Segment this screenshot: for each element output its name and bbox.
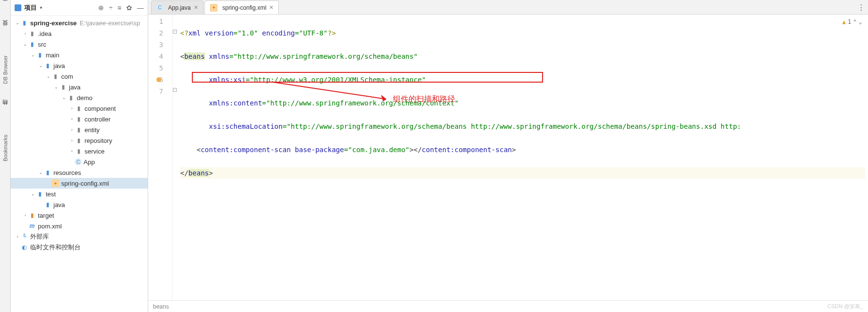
close-icon[interactable]: ✕: [269, 4, 273, 11]
editor-tabs: C App.java ✕ ✦ spring-config.xml ✕ ⋮: [148, 0, 868, 15]
tree-label: java: [69, 84, 81, 91]
project-sidebar: 项目 ▾ ⊕ ÷ ≡ ✿ — ⌄▮spring-exerciseE:\javae…: [11, 0, 148, 312]
rail-item-commit[interactable]: 提交: [0, 27, 10, 33]
chevron-down-icon[interactable]: ⌄: [859, 16, 862, 28]
sidebar-title: 项目: [24, 3, 37, 12]
fold-icon[interactable]: -: [173, 30, 177, 34]
chevron-icon[interactable]: ›: [69, 127, 75, 132]
tree-item-resources[interactable]: ⌄▮resources: [11, 167, 148, 178]
tree-label: entity: [85, 126, 100, 134]
chevron-up-icon[interactable]: ⌃: [853, 16, 857, 28]
breadcrumb-bar: beans CSDN @安苒_: [148, 300, 868, 312]
chevron-icon[interactable]: ›: [69, 117, 75, 121]
chevron-icon[interactable]: ⌄: [46, 74, 51, 79]
sidebar-toolbar: ⊕ ÷ ≡ ✿ —: [98, 4, 144, 12]
tree-item-src[interactable]: ⌄▮src: [11, 39, 148, 50]
tree-item-com[interactable]: ⌄▮com: [11, 71, 148, 82]
rail-item-db[interactable]: DB Browser: [1, 52, 9, 87]
chevron-icon[interactable]: ›: [69, 149, 75, 154]
tree-label: pom.xml: [38, 223, 62, 230]
tree-label: .idea: [38, 30, 51, 37]
tree-item--[interactable]: ›╙外部库: [11, 231, 148, 242]
settings-icon[interactable]: ✿: [126, 4, 132, 12]
tree-label: 外部库: [30, 232, 49, 241]
tree-label: main: [46, 52, 59, 59]
chevron-icon[interactable]: ⌄: [30, 191, 36, 196]
warn-count: 1: [848, 16, 851, 28]
chevron-icon[interactable]: ›: [69, 106, 75, 111]
chevron-icon[interactable]: ›: [22, 31, 28, 36]
tree-item-pom-xml[interactable]: mpom.xml: [11, 221, 148, 231]
tree-label: service: [85, 148, 104, 155]
fold-icon[interactable]: -: [173, 88, 177, 92]
sidebar-header: 项目 ▾ ⊕ ÷ ≡ ✿ —: [11, 0, 148, 16]
tree-item-java[interactable]: ▮java: [11, 199, 148, 210]
chevron-icon[interactable]: ›: [69, 138, 75, 143]
chevron-icon[interactable]: ›: [15, 234, 20, 239]
more-icon[interactable]: ⋮: [857, 3, 865, 12]
code-content[interactable]: <?xml version="1.0" encoding="UTF-8"?> <…: [177, 15, 868, 300]
rail-item-structure[interactable]: 结构: [0, 106, 10, 112]
tree-item-test[interactable]: ⌄▮test: [11, 189, 148, 199]
tree-item-entity[interactable]: ›▮entity: [11, 124, 148, 135]
close-icon[interactable]: ✕: [194, 4, 198, 11]
project-tree[interactable]: ⌄▮spring-exerciseE:\javaee-exercise\sp›▮…: [11, 16, 148, 312]
tree-item--[interactable]: ◐临时文件和控制台: [11, 242, 148, 253]
tree-label: java: [53, 62, 65, 69]
tree-item-java[interactable]: ⌄▮java: [11, 60, 148, 71]
tree-item-spring-exercise[interactable]: ⌄▮spring-exerciseE:\javaee-exercise\sp: [11, 17, 148, 28]
tree-label: target: [38, 212, 54, 219]
warning-bulb-icon[interactable]: [156, 77, 161, 82]
tree-item-target[interactable]: ›▮target: [11, 210, 148, 221]
tree-label: test: [46, 191, 56, 198]
tree-item-component[interactable]: ›▮component: [11, 103, 148, 114]
inspection-badge[interactable]: ▲ 1 ⌃ ⌄: [842, 16, 862, 28]
code-editor[interactable]: 123 45 6 7 - - <?xml version="1.0" encod…: [148, 15, 868, 300]
left-tool-rail: 项目 提交 DB Browser 结构 Bookmarks: [0, 0, 11, 312]
tree-label: repository: [85, 137, 112, 144]
chevron-icon[interactable]: ›: [22, 213, 28, 218]
chevron-icon[interactable]: ⌄: [22, 42, 28, 47]
tree-item-service[interactable]: ›▮service: [11, 146, 148, 156]
chevron-icon[interactable]: ⌄: [61, 95, 67, 100]
tree-label: spring-config.xml: [61, 180, 109, 187]
tree-label: component: [85, 105, 116, 112]
tree-label: App: [84, 158, 95, 166]
breadcrumb[interactable]: beans: [153, 303, 169, 310]
watermark: CSDN @安苒_: [827, 303, 863, 310]
svg-line-0: [270, 82, 386, 99]
rail-item-bookmarks[interactable]: Bookmarks: [1, 132, 9, 164]
tree-item-app[interactable]: CApp: [11, 156, 148, 167]
tree-label: controller: [85, 116, 110, 123]
tree-label: demo: [77, 94, 93, 102]
tree-item-java[interactable]: ⌄▮java: [11, 82, 148, 92]
chevron-icon[interactable]: ⌄: [30, 52, 36, 57]
chevron-icon[interactable]: ⌄: [38, 63, 44, 68]
tree-item-spring-config-xml[interactable]: ✦spring-config.xml: [11, 178, 148, 189]
chevron-down-icon[interactable]: ▾: [40, 5, 42, 10]
editor-main: C App.java ✕ ✦ spring-config.xml ✕ ⋮ 123…: [148, 0, 868, 312]
chevron-icon[interactable]: ⌄: [15, 20, 20, 25]
tree-item-demo[interactable]: ⌄▮demo: [11, 92, 148, 103]
xml-icon: ✦: [210, 4, 218, 12]
hide-icon[interactable]: —: [137, 4, 144, 12]
tab-app-java[interactable]: C App.java ✕: [151, 0, 204, 14]
tree-label: src: [38, 41, 46, 48]
tab-label: spring-config.xml: [222, 4, 267, 11]
tree-item--idea[interactable]: ›▮.idea: [11, 28, 148, 39]
rail-item-project[interactable]: 项目: [0, 2, 10, 8]
tab-spring-config[interactable]: ✦ spring-config.xml ✕: [204, 0, 279, 14]
project-icon: [15, 4, 21, 11]
tree-item-main[interactable]: ⌄▮main: [11, 50, 148, 60]
tab-label: App.java: [168, 4, 191, 11]
chevron-icon[interactable]: ⌄: [53, 85, 59, 89]
target-icon[interactable]: ⊕: [98, 4, 104, 12]
warning-icon: ▲: [842, 16, 846, 28]
collapse-icon[interactable]: ≡: [118, 4, 121, 12]
tree-item-controller[interactable]: ›▮controller: [11, 114, 148, 124]
svg-marker-1: [381, 95, 386, 101]
chevron-icon[interactable]: ⌄: [38, 170, 44, 175]
expand-icon[interactable]: ÷: [109, 4, 113, 12]
tree-path: E:\javaee-exercise\sp: [80, 19, 140, 27]
tree-item-repository[interactable]: ›▮repository: [11, 135, 148, 146]
